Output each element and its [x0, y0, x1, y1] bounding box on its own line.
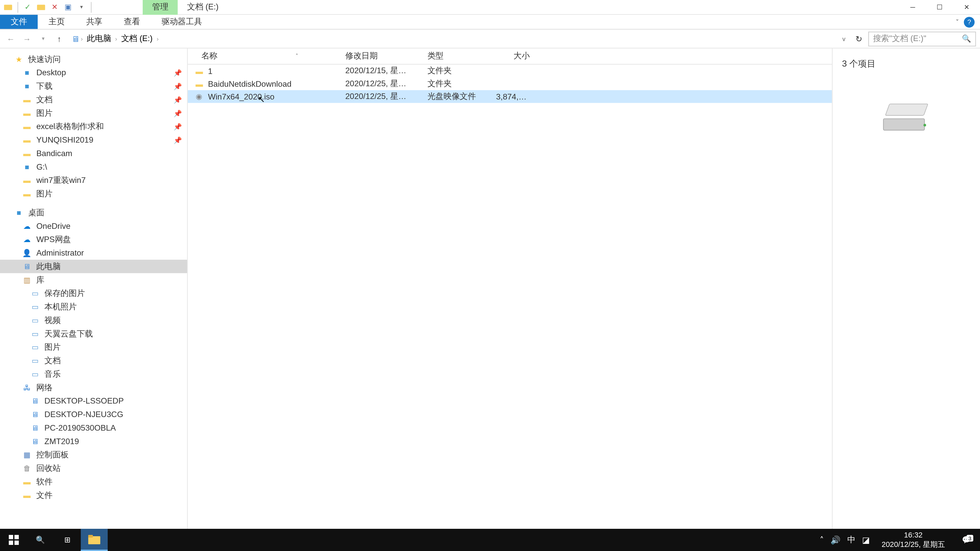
sidebar-item[interactable]: ▬图片: [0, 187, 187, 200]
nav-label: DESKTOP-NJEU3CG: [45, 410, 123, 419]
taskbar-clock[interactable]: 16:32 2020/12/25, 星期五: [876, 531, 950, 549]
crumb-this-pc[interactable]: 此电脑: [84, 32, 114, 46]
new-folder-icon[interactable]: [36, 2, 46, 13]
nav-files[interactable]: ▬文件: [0, 489, 187, 502]
column-size[interactable]: 大小: [489, 51, 536, 62]
sidebar-item[interactable]: ■Desktop📌: [0, 66, 187, 79]
nav-label: 图片: [36, 188, 52, 200]
sidebar-item[interactable]: ▬图片📌: [0, 106, 187, 120]
app-icon[interactable]: [3, 2, 14, 13]
nav-recycle-bin[interactable]: 🗑回收站: [0, 462, 187, 475]
sidebar-item[interactable]: ▭文档: [0, 354, 187, 367]
back-button[interactable]: ←: [4, 32, 18, 45]
qat-dropdown-icon[interactable]: ▾: [76, 2, 87, 13]
sidebar-item[interactable]: 🖥ZMT2019: [0, 435, 187, 448]
sidebar-item[interactable]: ▭本机照片: [0, 300, 187, 313]
crumb-chevron-icon[interactable]: ›: [115, 35, 117, 42]
sidebar-item[interactable]: 🖥DESKTOP-LSSOEDP: [0, 394, 187, 408]
window-controls: ─ ☐ ✕: [899, 0, 980, 14]
nav-wps[interactable]: ☁WPS网盘: [0, 233, 187, 246]
nav-label: 音乐: [45, 368, 60, 380]
tray-chevron-icon[interactable]: ˄: [820, 535, 824, 545]
sidebar-item[interactable]: ▭音乐: [0, 367, 187, 381]
help-icon[interactable]: ?: [964, 17, 975, 27]
tab-share[interactable]: 共享: [75, 15, 113, 29]
forward-button[interactable]: →: [20, 32, 34, 45]
sidebar-item[interactable]: ▭保存的图片: [0, 287, 187, 300]
search-icon[interactable]: 🔍: [962, 35, 971, 43]
file-row[interactable]: ◉Win7x64_2020.iso2020/12/25, 星期五 1...光盘映…: [188, 90, 832, 103]
sidebar-item[interactable]: ▬Bandicam: [0, 147, 187, 160]
nav-label: 图片: [45, 341, 60, 353]
file-size: 3,874,126...: [489, 92, 536, 101]
file-row[interactable]: ▬BaiduNetdiskDownload2020/12/25, 星期五 1..…: [188, 77, 832, 90]
search-button[interactable]: 🔍: [27, 529, 54, 551]
nav-software[interactable]: ▬软件: [0, 475, 187, 489]
sidebar-item[interactable]: ▬文档📌: [0, 93, 187, 106]
crumb-drive[interactable]: 文档 (E:): [118, 32, 155, 46]
start-button[interactable]: [0, 529, 27, 551]
sidebar-item[interactable]: ■G:\: [0, 160, 187, 174]
file-explorer-taskbar-button[interactable]: [81, 529, 107, 551]
library-item-icon: ▭: [30, 342, 40, 352]
sidebar-item[interactable]: ▬win7重装win7: [0, 173, 187, 187]
nav-this-pc[interactable]: 🖥此电脑: [0, 260, 187, 273]
nav-control-panel[interactable]: ▦控制面板: [0, 448, 187, 462]
refresh-button[interactable]: ↻: [852, 32, 865, 45]
sidebar-item[interactable]: 🖥PC-20190530OBLA: [0, 421, 187, 435]
sidebar-item[interactable]: ▬excel表格制作求和📌: [0, 120, 187, 133]
column-name[interactable]: 名称˄: [188, 51, 339, 62]
quick-access-toolbar: ✓ ✕ ▣ ▾: [0, 2, 96, 13]
search-input[interactable]: 搜索"文档 (E:)" 🔍: [868, 32, 976, 46]
ribbon-expand-icon[interactable]: ˇ: [956, 18, 959, 25]
nav-desktop[interactable]: ■桌面: [0, 206, 187, 219]
tab-home[interactable]: 主页: [38, 15, 76, 29]
maximize-button[interactable]: ☐: [926, 0, 953, 14]
sidebar-item[interactable]: 🖥DESKTOP-NJEU3CG: [0, 408, 187, 421]
up-button[interactable]: ↑: [52, 32, 66, 45]
folder-icon: ▬: [21, 122, 32, 131]
minimize-button[interactable]: ─: [899, 0, 926, 14]
nav-label: Bandicam: [36, 149, 72, 158]
address-dropdown-icon[interactable]: v: [838, 35, 850, 42]
nav-network[interactable]: 🖧网络: [0, 381, 187, 394]
nav-libraries[interactable]: ▥库: [0, 273, 187, 287]
crumb-chevron-icon[interactable]: ›: [157, 35, 159, 42]
action-center-button[interactable]: 💬3: [957, 535, 976, 544]
task-view-button[interactable]: ⊞: [54, 529, 81, 551]
nav-administrator[interactable]: 👤Administrator: [0, 246, 187, 260]
ime-indicator[interactable]: 中: [847, 534, 856, 546]
crumb-chevron-icon[interactable]: ›: [81, 35, 83, 42]
sidebar-item[interactable]: ▭天翼云盘下载: [0, 327, 187, 341]
tab-view[interactable]: 查看: [113, 15, 151, 29]
contextual-tab-manage[interactable]: 管理: [143, 0, 178, 15]
folder-icon: ▬: [21, 149, 32, 158]
main-area: ★快速访问 ■Desktop📌■下载📌▬文档📌▬图片📌▬excel表格制作求和📌…: [0, 48, 980, 536]
file-type: 文件夹: [421, 65, 489, 77]
recent-dropdown[interactable]: ▾: [36, 32, 50, 45]
column-date[interactable]: 修改日期: [339, 51, 421, 62]
nav-label: win7重装win7: [36, 175, 86, 186]
sidebar-item[interactable]: ▬YUNQISHI2019📌: [0, 133, 187, 147]
file-row[interactable]: ▬12020/12/15, 星期二 1...文件夹: [188, 65, 832, 77]
nav-label: OneDrive: [36, 221, 70, 231]
svg-rect-1: [37, 4, 45, 10]
column-type[interactable]: 类型: [421, 51, 489, 62]
volume-icon[interactable]: 🔊: [830, 535, 841, 545]
nav-onedrive[interactable]: ☁OneDrive: [0, 219, 187, 233]
close-button[interactable]: ✕: [953, 0, 980, 14]
ribbon-tabs: 文件 主页 共享 查看 驱动器工具 ˇ ?: [0, 15, 980, 30]
delete-icon[interactable]: ✕: [49, 2, 60, 13]
tab-drive-tools[interactable]: 驱动器工具: [151, 15, 213, 29]
tab-file[interactable]: 文件: [0, 15, 38, 29]
sidebar-item[interactable]: ▭图片: [0, 341, 187, 354]
rename-icon[interactable]: ▣: [62, 2, 73, 13]
sidebar-item[interactable]: ▭视频: [0, 313, 187, 327]
nav-label: 文档: [36, 94, 52, 105]
sidebar-item[interactable]: ■下载📌: [0, 79, 187, 93]
computer-icon: 🖥: [30, 437, 40, 446]
nav-quick-access[interactable]: ★快速访问: [0, 52, 187, 66]
security-icon[interactable]: ◪: [862, 535, 870, 545]
properties-icon[interactable]: ✓: [22, 2, 33, 13]
breadcrumb[interactable]: 🖥 › 此电脑 › 文档 (E:) ›: [68, 32, 835, 46]
